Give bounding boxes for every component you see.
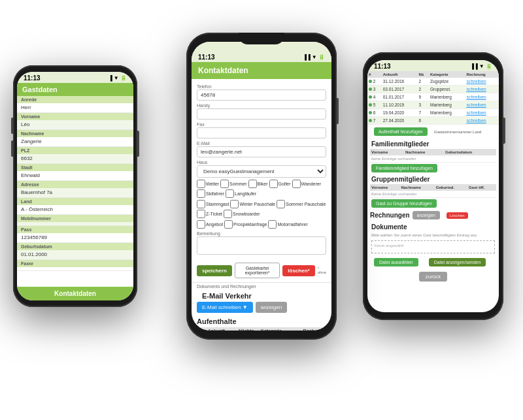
back-button[interactable]: zurück (419, 272, 448, 282)
write-link[interactable]: schreiben (466, 79, 486, 84)
group-empty-row: Keine Einträge vorhanden (370, 191, 496, 198)
gruppenmitglieder-table: Vorname Nachname Geburtsd. Gast öff. Kei… (370, 184, 496, 198)
cb-angebot[interactable]: Angebot (197, 220, 223, 229)
right-table-row[interactable]: 2 31.12.20162Zugspitzeschreiben (367, 78, 499, 86)
field-value-vorname[interactable]: Léo (17, 120, 133, 130)
cb-biker[interactable]: Biker (248, 180, 268, 188)
email-input[interactable] (197, 146, 326, 157)
bemerkung-label: Bemerkung (197, 231, 326, 236)
family-empty-row: keine Einträge vorhanden (370, 155, 496, 163)
cb-wanderer[interactable]: Wanderer (292, 180, 321, 188)
scene: 11:13 ▐ ▼ 🔋 Gastdaten Anrede Herr Vornam… (0, 0, 523, 420)
bemerkung-textarea[interactable] (197, 236, 326, 255)
cb-langlaeufer[interactable]: Langläufer (226, 189, 256, 198)
dokumente-info1: Bitte wählen Sie zuerst einen Gast besch… (367, 232, 499, 238)
field-value-faxnr[interactable] (17, 267, 133, 271)
delete-button[interactable]: löschen* (282, 265, 314, 276)
write-link[interactable]: schreiben (466, 103, 486, 107)
right-table-row[interactable]: 4 01.01.20179Marienbergschreiben (367, 93, 499, 101)
familienmitglieder-table: Vorname Nachname Geburtsdatum keine Eint… (370, 149, 496, 163)
status-bar-right: 11:13 ▐▐ ▼ 🔋 (367, 60, 499, 71)
status-dot (369, 119, 372, 122)
handy-label: Handy (197, 103, 326, 108)
write-link[interactable]: schreiben (466, 118, 486, 123)
kontaktdaten-nav[interactable]: Kontaktdaten (17, 287, 133, 300)
haus-label: Haus (197, 160, 326, 165)
write-link[interactable]: schreiben (466, 95, 486, 99)
write-link[interactable]: schreiben (466, 110, 486, 115)
right-table-row[interactable]: 5 11.10.20193Marienbergschreiben (367, 101, 499, 109)
field-value-land[interactable]: A - Österreich (17, 205, 133, 215)
field-value-adresse[interactable]: Bauernhof 7a (17, 188, 133, 198)
cb-sommer[interactable]: Sommer (220, 180, 246, 188)
field-value-stadt[interactable]: Ehrwald (17, 171, 133, 181)
field-label-vorname: Vorname (17, 113, 133, 120)
right-table-row[interactable]: 3 03.01.20172Gruppenzi.schreiben (367, 86, 499, 93)
fax-input[interactable] (197, 127, 326, 138)
volume-up-btn[interactable] (11, 118, 13, 134)
right-aufenthalte-table: # Ankunft Nä Kategorie Rechnung 2 31.12.… (367, 71, 499, 125)
email-section: E-Mail Verkehr E-Mail schreiben ▼ anzeig… (192, 290, 331, 313)
center-phone-screen: 11:13 ▐▐ ▼ 🔋 Kontaktdaten Telefon Handy … (192, 42, 331, 331)
cb-snowboard[interactable]: Snowboarder (224, 210, 260, 218)
export-button[interactable]: Gastekartei exportieren* (235, 263, 280, 278)
kontakt-title: Kontaktdaten (192, 62, 331, 79)
gastdaten-title: Gastdaten (17, 83, 133, 96)
status-dot (369, 103, 372, 106)
status-dot (369, 95, 372, 99)
right-phone-screen: 11:13 ▐▐ ▼ 🔋 # Ankunft Nä Kategorie Rech… (367, 60, 499, 312)
signal-icons-left: ▐ ▼ 🔋 (109, 75, 127, 81)
field-value-anrede[interactable]: Herr (17, 103, 133, 113)
email-write-button[interactable]: E-Mail schreiben ▼ (197, 302, 253, 313)
checkboxes-row2: Stammgast Winter Pauschale Sommer Pausch… (197, 200, 326, 218)
upload-file-button[interactable]: Datei auswählen (374, 258, 418, 267)
cb-sommer-p[interactable]: Sommer Pauschale (277, 200, 326, 208)
rechnungen-delete-button[interactable]: Löschen (447, 212, 468, 219)
familienmitglieder-title: Familienmitglieder (367, 138, 499, 149)
cb-winter[interactable]: Winter Pauschale (230, 200, 275, 208)
dokumente-title: Dokumente (367, 221, 499, 232)
right-table-row[interactable]: 6 19.04.20207Marienbergschreiben (367, 109, 499, 117)
time-right: 11:13 (374, 63, 391, 70)
haus-select[interactable]: Demo easyGuestmanagement (197, 165, 326, 178)
form-section: Telefon Handy Fax E-Mail Haus Demo easyG… (192, 79, 331, 259)
field-label-plz: PLZ (17, 147, 133, 154)
field-value-pass[interactable]: 123456789 (17, 233, 133, 243)
right-table-row[interactable]: 7 27.04.20206schreiben (367, 117, 499, 125)
cb-golfer[interactable]: Golfer (269, 180, 291, 188)
power-btn-center[interactable] (337, 98, 339, 124)
col-ankunft: Ankunft (206, 327, 237, 331)
volume-down-btn[interactable] (11, 140, 13, 157)
show-file-button[interactable]: Datei anzeigen/senden (429, 258, 486, 267)
cb-weiter[interactable]: Weiter (197, 180, 219, 188)
power-btn[interactable] (137, 131, 139, 157)
email-show-button[interactable]: anzeigen (256, 302, 287, 313)
field-label-geburtsdatum: Geburtsdatum (17, 243, 133, 250)
time-left: 11:13 (24, 74, 41, 82)
time-center: 11:13 (198, 54, 215, 61)
email-label: E-Mail (197, 141, 326, 146)
rechnungen-show-button[interactable]: anzeigen (413, 211, 440, 219)
dokumente-btn-row: Datei auswählen Datei anzeigen/senden (367, 255, 499, 269)
field-value-nachname[interactable]: Zangerle (17, 137, 133, 147)
cb-motorrad[interactable]: Motorradfahrer (268, 220, 307, 229)
cb-zticket[interactable]: Z-Ticket (197, 210, 222, 218)
cb-stammgast[interactable]: Stammgast (197, 200, 229, 208)
field-value-plz[interactable]: 6632 (17, 154, 133, 164)
telefon-input[interactable] (197, 89, 326, 101)
handy-input[interactable] (197, 108, 326, 120)
telefon-label: Telefon (197, 84, 326, 89)
col-kategorie: Kategorie (259, 327, 301, 331)
add-family-button[interactable]: Familienmitglied hinzufügen (371, 164, 437, 172)
save-button[interactable]: speichern (197, 265, 232, 276)
notch-center (239, 33, 284, 44)
power-btn-right[interactable] (503, 118, 505, 144)
status-dot (369, 88, 372, 91)
cb-prospekt[interactable]: Prospektanfrage (224, 220, 267, 229)
write-link[interactable]: schreiben (466, 87, 486, 91)
add-aufenthalt-button[interactable]: Aufenthalt hinzufügen (374, 127, 428, 136)
cb-skifahrer[interactable]: Skifahrer (197, 189, 224, 198)
cols-label: Gastezimmernummer Land (434, 130, 482, 134)
field-value-geburtsdatum[interactable]: 01.01.2000 (17, 250, 133, 260)
add-group-button[interactable]: Gast zu Gruppe hinzufügen (371, 199, 437, 208)
